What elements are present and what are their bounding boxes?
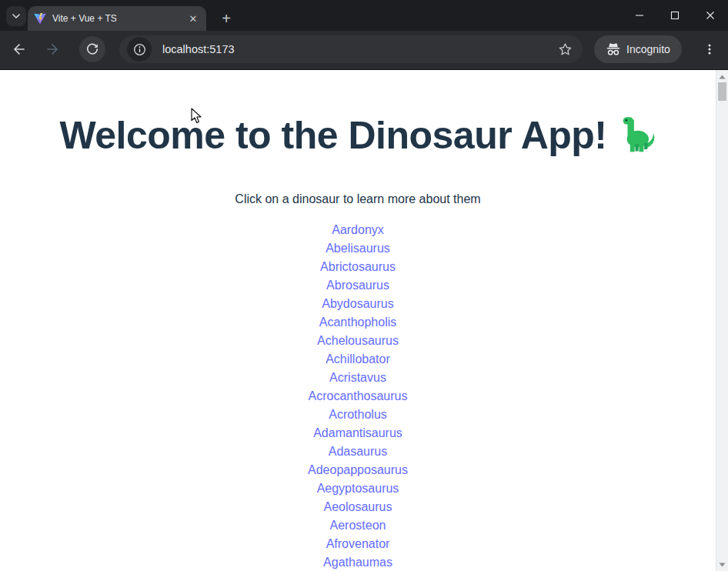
address-bar[interactable]: localhost:5173 — [119, 35, 583, 63]
url-text[interactable]: localhost:5173 — [162, 43, 552, 55]
tab-title: Vite + Vue + TS — [52, 13, 186, 24]
scrollbar-thumb[interactable] — [718, 82, 726, 101]
dinosaur-link[interactable]: Afrovenator — [0, 535, 716, 553]
tab-search-button[interactable] — [6, 6, 26, 26]
mouse-cursor — [191, 108, 203, 125]
minimize-icon — [635, 11, 644, 20]
forward-button[interactable] — [40, 36, 66, 62]
dinosaur-link[interactable]: Aardonyx — [0, 221, 716, 239]
three-dot-menu-icon — [703, 43, 716, 55]
scrollbar-up-button[interactable] — [716, 72, 728, 82]
scrollbar-down-button[interactable] — [716, 559, 728, 569]
page-subtitle: Click on a dinosaur to learn more about … — [0, 190, 716, 209]
browser-tab[interactable]: Vite + Vue + TS ✕ — [28, 6, 206, 31]
reload-button[interactable] — [79, 36, 105, 62]
forward-arrow-icon — [45, 42, 61, 57]
site-info-button[interactable] — [127, 37, 152, 62]
incognito-icon — [606, 42, 621, 57]
bookmark-button[interactable] — [552, 36, 578, 62]
page-title: Welcome to the Dinosaur App! — [0, 113, 716, 159]
vite-favicon-icon — [34, 12, 46, 25]
new-tab-button[interactable]: + — [215, 8, 237, 29]
tab-close-button[interactable]: ✕ — [186, 12, 200, 25]
scroll-down-arrow-icon — [719, 563, 726, 567]
page-title-text: Welcome to the Dinosaur App! — [59, 114, 606, 157]
dinosaur-link[interactable]: Abrosaurus — [0, 276, 716, 295]
dinosaur-link[interactable]: Acristavus — [0, 369, 716, 387]
reload-icon — [85, 42, 99, 56]
vertical-scrollbar[interactable] — [716, 70, 728, 571]
browser-window: Vite + Vue + TS ✕ + — [0, 0, 728, 571]
incognito-badge[interactable]: Incognito — [594, 35, 682, 63]
dinosaur-list: AardonyxAbelisaurusAbrictosaurusAbrosaur… — [0, 221, 716, 571]
menu-button[interactable] — [696, 36, 723, 62]
dinosaur-link[interactable]: Aeolosaurus — [0, 498, 716, 516]
scroll-up-arrow-icon — [719, 75, 726, 79]
maximize-icon — [670, 11, 680, 20]
info-icon — [133, 43, 146, 56]
dinosaur-link[interactable]: Adasaurus — [0, 442, 716, 461]
star-icon — [558, 42, 573, 57]
dinosaur-link[interactable]: Aegyptosaurus — [0, 479, 716, 498]
dinosaur-link[interactable]: Acrocanthosaurus — [0, 387, 716, 406]
maximize-button[interactable] — [657, 0, 693, 31]
dinosaur-link[interactable]: Abelisaurus — [0, 239, 716, 258]
page-content: Welcome to the Dinosaur App! Click on a … — [0, 70, 716, 571]
back-button[interactable] — [5, 36, 32, 62]
minimize-button[interactable] — [622, 0, 657, 31]
dinosaur-link[interactable]: Acanthopholis — [0, 313, 716, 332]
window-controls — [622, 0, 728, 31]
dinosaur-link[interactable]: Adeopapposaurus — [0, 461, 716, 479]
sauropod-dinosaur-icon — [618, 115, 656, 153]
dinosaur-link[interactable]: Achillobator — [0, 350, 716, 369]
dinosaur-link[interactable]: Abrictosaurus — [0, 258, 716, 276]
dinosaur-link[interactable]: Adamantisaurus — [0, 424, 716, 442]
dinosaur-link[interactable]: Aerosteon — [0, 516, 716, 535]
dinosaur-link[interactable]: Achelousaurus — [0, 332, 716, 350]
dinosaur-link[interactable]: Acrotholus — [0, 406, 716, 424]
dinosaur-link[interactable]: Abydosaurus — [0, 295, 716, 313]
close-icon — [706, 11, 715, 20]
back-arrow-icon — [11, 42, 26, 57]
incognito-label: Incognito — [626, 43, 670, 55]
close-window-button[interactable] — [693, 0, 728, 31]
dinosaur-link[interactable]: Agathaumas — [0, 553, 716, 571]
tab-strip: Vite + Vue + TS ✕ + — [0, 0, 728, 31]
chevron-down-icon — [12, 12, 21, 21]
